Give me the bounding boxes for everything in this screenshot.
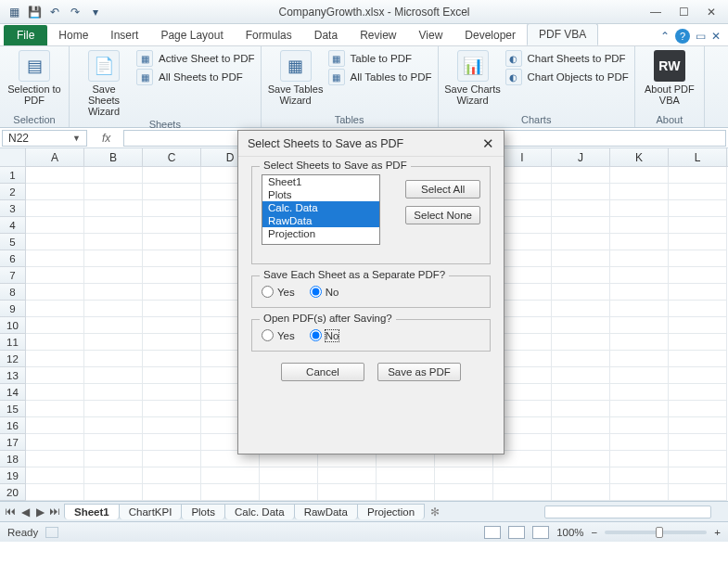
sheet-tab-projection[interactable]: Projection <box>357 504 425 519</box>
tab-data[interactable]: Data <box>303 25 349 45</box>
close-button[interactable]: ✕ <box>698 3 724 21</box>
name-box-arrow-icon[interactable]: ▼ <box>72 134 81 143</box>
row-header-11[interactable]: 11 <box>0 334 26 351</box>
row-header-6[interactable]: 6 <box>0 250 26 267</box>
select-all-button[interactable]: Select All <box>405 180 480 198</box>
row-header-9[interactable]: 9 <box>0 301 26 317</box>
sheets-listbox[interactable]: Sheet1PlotsCalc. DataRawDataProjection <box>262 174 380 245</box>
zoom-slider[interactable] <box>605 531 707 534</box>
table-to-pdf-button[interactable]: ▦Table to PDF <box>328 50 432 67</box>
open-yes-radio[interactable]: Yes <box>262 329 295 341</box>
row-header-3[interactable]: 3 <box>0 200 26 217</box>
save-as-pdf-button[interactable]: Save as PDF <box>377 363 461 381</box>
listbox-item[interactable]: Calc. Data <box>262 201 379 214</box>
sheet-prev-icon[interactable]: ◀ <box>19 506 32 518</box>
col-header-K[interactable]: K <box>610 148 669 166</box>
row-header-8[interactable]: 8 <box>0 284 26 301</box>
redo-icon[interactable]: ↷ <box>67 4 83 20</box>
save-icon[interactable]: 💾 <box>26 4 43 20</box>
tab-home[interactable]: Home <box>47 25 99 45</box>
sheet-first-icon[interactable]: ⏮ <box>4 506 17 518</box>
tab-page-layout[interactable]: Page Layout <box>149 25 234 45</box>
qat-customize-icon[interactable]: ▾ <box>87 4 104 20</box>
row-header-15[interactable]: 15 <box>0 401 26 417</box>
row-header-4[interactable]: 4 <box>0 217 26 234</box>
undo-icon[interactable]: ↶ <box>46 4 63 20</box>
row-header-2[interactable]: 2 <box>0 184 26 200</box>
separate-yes-radio[interactable]: Yes <box>262 286 295 298</box>
chart-sheets-to-pdf-button[interactable]: ◐Chart Sheets to PDF <box>505 50 629 67</box>
table-label: Table to PDF <box>351 53 412 64</box>
new-sheet-icon[interactable]: ✻ <box>425 504 445 520</box>
tab-developer[interactable]: Developer <box>453 25 527 45</box>
listbox-item[interactable]: Sheet1 <box>262 175 379 188</box>
listbox-item[interactable]: RawData <box>262 214 379 227</box>
window-close2-icon[interactable]: ✕ <box>711 30 721 43</box>
file-tab[interactable]: File <box>4 25 47 45</box>
sheet-tab-chartkpi[interactable]: ChartKPI <box>119 504 183 519</box>
all-tables-to-pdf-button[interactable]: ▦All Tables to PDF <box>328 69 432 85</box>
tab-formulas[interactable]: Formulas <box>235 25 303 45</box>
col-header-L[interactable]: L <box>669 148 727 166</box>
row-header-7[interactable]: 7 <box>0 267 26 284</box>
separate-no-radio[interactable]: No <box>310 286 339 298</box>
view-page-layout-icon[interactable] <box>508 526 525 539</box>
sheet-tab-calcdata[interactable]: Calc. Data <box>224 504 295 519</box>
row-header-12[interactable]: 12 <box>0 351 26 367</box>
all-sheets-to-pdf-button[interactable]: ▦All Sheets to PDF <box>136 69 255 85</box>
help-icon[interactable]: ? <box>675 29 690 44</box>
row-header-20[interactable]: 20 <box>0 484 26 501</box>
row-header-19[interactable]: 19 <box>0 467 26 484</box>
about-pdf-vba-button[interactable]: RW About PDF VBA <box>641 48 698 106</box>
row-header-18[interactable]: 18 <box>0 451 26 467</box>
zoom-out-icon[interactable]: − <box>592 527 598 538</box>
row-header-10[interactable]: 10 <box>0 317 26 334</box>
tab-pdf-vba[interactable]: PDF VBA <box>527 23 598 45</box>
selection-label: Selection to PDF <box>6 83 63 106</box>
window-restore-icon[interactable]: ▭ <box>696 30 706 43</box>
minimize-button[interactable]: — <box>643 3 669 21</box>
tab-insert[interactable]: Insert <box>99 25 149 45</box>
listbox-item[interactable]: Projection <box>262 227 379 240</box>
row-header-5[interactable]: 5 <box>0 234 26 250</box>
open-no-radio[interactable]: No <box>310 329 339 341</box>
ribbon-min-icon[interactable]: ⌃ <box>660 30 670 43</box>
selection-to-pdf-button[interactable]: ▤ Selection to PDF <box>6 48 63 106</box>
active-sheet-to-pdf-button[interactable]: ▦Active Sheet to PDF <box>136 50 255 67</box>
sheet-tab-sheet1[interactable]: Sheet1 <box>64 504 120 519</box>
sheet-tab-rawdata[interactable]: RawData <box>294 504 358 519</box>
maximize-button[interactable]: ☐ <box>671 3 696 21</box>
zoom-in-icon[interactable]: + <box>714 527 721 538</box>
chart-objects-to-pdf-button[interactable]: ◐Chart Objects to PDF <box>505 69 629 85</box>
view-normal-icon[interactable] <box>484 526 501 539</box>
horizontal-scrollbar[interactable] <box>544 506 711 518</box>
macro-record-icon[interactable] <box>45 527 58 538</box>
sheet-next-icon[interactable]: ▶ <box>33 506 46 518</box>
col-header-C[interactable]: C <box>143 148 201 166</box>
cancel-button[interactable]: Cancel <box>281 363 364 381</box>
select-none-button[interactable]: Select None <box>405 206 480 224</box>
tab-review[interactable]: Review <box>349 25 407 45</box>
row-header-1[interactable]: 1 <box>0 167 26 184</box>
row-header-14[interactable]: 14 <box>0 384 26 401</box>
tab-view[interactable]: View <box>408 25 454 45</box>
zoom-percent[interactable]: 100% <box>556 527 583 538</box>
row-header-13[interactable]: 13 <box>0 367 26 384</box>
row-header-16[interactable]: 16 <box>0 417 26 434</box>
view-page-break-icon[interactable] <box>532 526 549 539</box>
select-all-corner[interactable] <box>0 148 26 166</box>
save-sheets-wizard-button[interactable]: 📄 Save Sheets Wizard <box>75 48 133 117</box>
fx-label[interactable]: fx <box>96 132 116 145</box>
dialog-title-bar[interactable]: Select Sheets to Save as PDF ✕ <box>238 131 504 157</box>
row-header-17[interactable]: 17 <box>0 434 26 451</box>
sheet-tab-plots[interactable]: Plots <box>181 504 225 519</box>
col-header-J[interactable]: J <box>552 148 610 166</box>
col-header-A[interactable]: A <box>26 148 84 166</box>
name-box[interactable]: N22▼ <box>2 130 87 147</box>
save-charts-wizard-button[interactable]: 📊 Save Charts Wizard <box>444 48 502 106</box>
listbox-item[interactable]: Plots <box>262 188 379 201</box>
dialog-close-icon[interactable]: ✕ <box>482 135 494 152</box>
sheet-last-icon[interactable]: ⏭ <box>48 506 61 518</box>
col-header-B[interactable]: B <box>84 148 143 166</box>
save-tables-wizard-button[interactable]: ▦ Save Tables Wizard <box>267 48 325 106</box>
